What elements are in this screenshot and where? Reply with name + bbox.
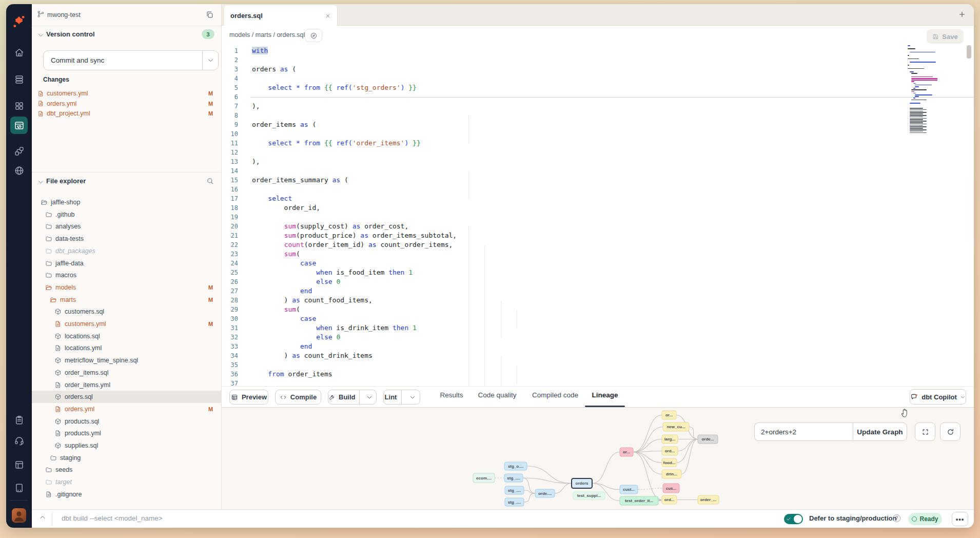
preview-button[interactable]: Preview bbox=[229, 390, 268, 405]
lineage-node-y3[interactable]: larg... bbox=[662, 435, 678, 444]
code-line-14[interactable]: 14 bbox=[222, 166, 974, 176]
new-tab-plus-icon[interactable] bbox=[958, 10, 966, 18]
rail-headset-icon[interactable] bbox=[10, 432, 28, 449]
tree-item-analyses[interactable]: analyses bbox=[32, 220, 222, 233]
scrollbar-thumb[interactable] bbox=[967, 45, 971, 59]
commit-and-sync-button[interactable]: Commit and sync bbox=[43, 50, 219, 70]
code-line-26[interactable]: 26 else 0 bbox=[222, 277, 974, 286]
lint-dropdown-chevron[interactable] bbox=[405, 390, 420, 404]
code-line-15[interactable]: 15order_items_summary as ( bbox=[222, 176, 974, 185]
tab-code-quality[interactable]: Code quality bbox=[476, 391, 518, 399]
code-line-28[interactable]: 28 ) as count_food_items, bbox=[222, 296, 974, 305]
compass-icon[interactable] bbox=[305, 29, 322, 42]
lineage-node-stg2[interactable]: stg_.... bbox=[504, 474, 523, 482]
rail-clipboard-icon[interactable] bbox=[10, 411, 28, 429]
code-line-17[interactable]: 17 select bbox=[222, 194, 974, 203]
lineage-node-y8[interactable]: order_... bbox=[698, 495, 719, 504]
tree-item-jaffle-data[interactable]: jaffle-data bbox=[32, 257, 222, 270]
tree-item-customers.yml[interactable]: customers.ymlM bbox=[32, 318, 222, 330]
minimap[interactable] bbox=[906, 45, 937, 133]
tree-item-target[interactable]: target bbox=[32, 476, 222, 488]
build-button[interactable]: Build bbox=[328, 390, 377, 405]
code-line-35[interactable]: 35 bbox=[222, 360, 974, 370]
tree-item-products.sql[interactable]: products.sql bbox=[32, 415, 222, 428]
tree-item-dbt_packages[interactable]: dbt_packages bbox=[32, 245, 222, 257]
tab-orders-sql[interactable]: orders.sql bbox=[224, 5, 337, 26]
code-line-3[interactable]: 3orders as ( bbox=[222, 65, 974, 74]
refresh-icon[interactable] bbox=[940, 422, 961, 441]
build-dropdown-chevron[interactable] bbox=[363, 390, 376, 404]
code-line-32[interactable]: 32 else 0 bbox=[222, 333, 974, 342]
tree-item-order_items.sql[interactable]: order_items.sql bbox=[32, 367, 222, 379]
tree-item-order_items.yml[interactable]: order_items.yml bbox=[32, 379, 222, 391]
lineage-node-stg3[interactable]: stg_.... bbox=[505, 486, 524, 494]
file-explorer-title[interactable]: File explorer bbox=[46, 177, 86, 185]
code-line-33[interactable]: 33 end bbox=[222, 342, 974, 351]
lineage-node-ghost[interactable]: test_suppl... bbox=[573, 492, 605, 499]
tree-item-locations.sql[interactable]: locations.sql bbox=[32, 330, 222, 342]
code-line-20[interactable]: 20 sum(supply_cost) as order_cost, bbox=[222, 222, 974, 231]
tree-item-orders.yml[interactable]: orders.ymlM bbox=[32, 403, 222, 415]
tree-item-macros[interactable]: macros bbox=[32, 269, 222, 281]
version-control-title[interactable]: Version control bbox=[46, 30, 95, 38]
code-line-9[interactable]: 9order_items as ( bbox=[222, 120, 974, 129]
code-line-31[interactable]: 31 when is_drink_item then 1 bbox=[222, 323, 974, 333]
tree-item-jaffle-shop[interactable]: jaffle-shop bbox=[32, 196, 222, 208]
lineage-node-y6[interactable]: drin... bbox=[662, 470, 681, 478]
tree-item-metricflow_time_spine.sql[interactable]: metricflow_time_spine.sql bbox=[32, 354, 222, 367]
code-line-25[interactable]: 25 when is_food_item then 1 bbox=[222, 268, 974, 277]
rail-docs-icon[interactable] bbox=[10, 456, 28, 473]
lineage-node-y1[interactable]: or... bbox=[662, 411, 676, 419]
code-line-2[interactable]: 2 bbox=[222, 55, 974, 65]
code-line-4[interactable]: 4 bbox=[222, 74, 974, 83]
copy-icon[interactable] bbox=[205, 10, 214, 21]
tab-results[interactable]: Results bbox=[438, 391, 465, 399]
code-line-6[interactable]: 6 bbox=[222, 92, 974, 102]
rail-branch-network-icon[interactable] bbox=[10, 142, 28, 160]
code-line-21[interactable]: 21 sum(product_price) as order_items_sub… bbox=[222, 231, 974, 240]
avatar[interactable] bbox=[12, 508, 26, 523]
rail-grid-icon[interactable] bbox=[10, 97, 28, 114]
changed-file-customers.yml[interactable]: customers.ymlM bbox=[37, 88, 217, 99]
code-line-18[interactable]: 18 order_id, bbox=[222, 203, 974, 213]
code-line-34[interactable]: 34 ) as count_drink_items bbox=[222, 351, 974, 360]
rail-dbt-logo[interactable] bbox=[10, 13, 28, 30]
tree-item-models[interactable]: modelsM bbox=[32, 281, 222, 294]
rail-stack-icon[interactable] bbox=[10, 70, 28, 88]
code-line-37[interactable]: 37 bbox=[222, 379, 974, 386]
code-line-10[interactable]: 10 bbox=[222, 129, 974, 139]
tree-item-seeds[interactable]: seeds bbox=[32, 464, 222, 476]
lineage-node-ordeA[interactable]: orde.... bbox=[535, 489, 555, 497]
command-input[interactable]: dbt build --select <model_name> bbox=[62, 514, 163, 522]
more-options-button[interactable]: ••• bbox=[952, 512, 968, 526]
lineage-panel[interactable]: ecom....stg_o....stg_....stg_....stg_...… bbox=[222, 408, 974, 509]
branch-name[interactable]: mwong-test bbox=[47, 11, 81, 18]
lineage-node-y4[interactable]: ord... bbox=[662, 447, 678, 455]
compile-button[interactable]: Compile bbox=[275, 390, 321, 405]
lineage-node-orders[interactable]: orders bbox=[572, 478, 592, 488]
lineage-node-ecom[interactable]: ecom.... bbox=[473, 473, 495, 483]
rail-home-icon[interactable] bbox=[10, 44, 28, 61]
code-line-29[interactable]: 29 sum( bbox=[222, 305, 974, 314]
tree-item-.github[interactable]: .github bbox=[32, 208, 222, 221]
tree-item-orders.sql[interactable]: orders.sql bbox=[32, 391, 222, 403]
code-line-12[interactable]: 12 bbox=[222, 148, 974, 157]
code-line-24[interactable]: 24 case bbox=[222, 259, 974, 268]
code-line-23[interactable]: 23 sum( bbox=[222, 249, 974, 259]
tree-item-data-tests[interactable]: data-tests bbox=[32, 233, 222, 245]
update-graph-button[interactable]: Update Graph bbox=[853, 422, 907, 441]
code-line-30[interactable]: 30 case bbox=[222, 314, 974, 323]
lint-button[interactable]: Lint bbox=[383, 390, 420, 405]
lineage-node-testoi[interactable]: test_order_it... bbox=[620, 496, 658, 505]
tree-item-locations.yml[interactable]: locations.yml bbox=[32, 342, 222, 354]
tree-item-staging[interactable]: staging bbox=[32, 452, 222, 464]
lineage-node-cust[interactable]: cust... bbox=[620, 485, 638, 494]
code-line-7[interactable]: 7), bbox=[222, 102, 974, 111]
ready-status-badge[interactable]: Ready bbox=[908, 513, 942, 525]
selector-input[interactable] bbox=[754, 422, 853, 441]
lineage-node-stg1[interactable]: stg_o.... bbox=[504, 462, 527, 470]
code-line-16[interactable]: 16 bbox=[222, 185, 974, 194]
chevron-down-icon[interactable] bbox=[203, 57, 218, 64]
tree-item-products.yml[interactable]: products.yml bbox=[32, 427, 222, 439]
tree-item-.gitignore[interactable]: .gitignore bbox=[32, 488, 222, 501]
